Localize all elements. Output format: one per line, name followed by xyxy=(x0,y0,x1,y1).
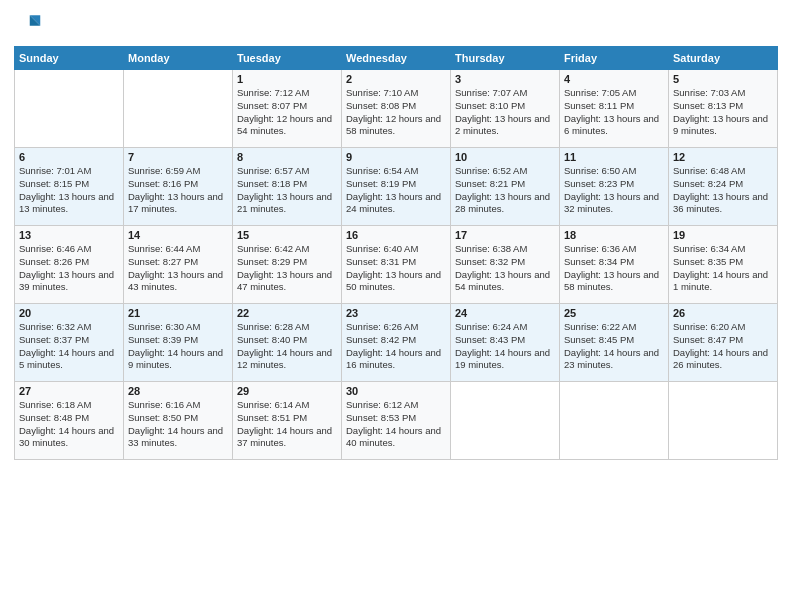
day-number: 14 xyxy=(128,229,228,241)
day-header-monday: Monday xyxy=(124,47,233,70)
day-info: Sunrise: 6:46 AM Sunset: 8:26 PM Dayligh… xyxy=(19,243,119,294)
calendar-cell: 30Sunrise: 6:12 AM Sunset: 8:53 PM Dayli… xyxy=(342,382,451,460)
day-number: 26 xyxy=(673,307,773,319)
week-row-3: 20Sunrise: 6:32 AM Sunset: 8:37 PM Dayli… xyxy=(15,304,778,382)
day-info: Sunrise: 6:12 AM Sunset: 8:53 PM Dayligh… xyxy=(346,399,446,450)
day-info: Sunrise: 6:20 AM Sunset: 8:47 PM Dayligh… xyxy=(673,321,773,372)
day-number: 27 xyxy=(19,385,119,397)
day-info: Sunrise: 6:42 AM Sunset: 8:29 PM Dayligh… xyxy=(237,243,337,294)
day-info: Sunrise: 6:54 AM Sunset: 8:19 PM Dayligh… xyxy=(346,165,446,216)
logo-icon xyxy=(14,10,42,38)
day-info: Sunrise: 6:59 AM Sunset: 8:16 PM Dayligh… xyxy=(128,165,228,216)
calendar-cell: 12Sunrise: 6:48 AM Sunset: 8:24 PM Dayli… xyxy=(669,148,778,226)
day-number: 28 xyxy=(128,385,228,397)
day-info: Sunrise: 6:48 AM Sunset: 8:24 PM Dayligh… xyxy=(673,165,773,216)
day-number: 16 xyxy=(346,229,446,241)
week-row-4: 27Sunrise: 6:18 AM Sunset: 8:48 PM Dayli… xyxy=(15,382,778,460)
logo xyxy=(14,10,46,38)
calendar-cell: 16Sunrise: 6:40 AM Sunset: 8:31 PM Dayli… xyxy=(342,226,451,304)
calendar-cell xyxy=(15,70,124,148)
calendar-cell: 28Sunrise: 6:16 AM Sunset: 8:50 PM Dayli… xyxy=(124,382,233,460)
calendar-cell: 15Sunrise: 6:42 AM Sunset: 8:29 PM Dayli… xyxy=(233,226,342,304)
calendar-cell: 14Sunrise: 6:44 AM Sunset: 8:27 PM Dayli… xyxy=(124,226,233,304)
week-row-0: 1Sunrise: 7:12 AM Sunset: 8:07 PM Daylig… xyxy=(15,70,778,148)
header xyxy=(14,10,778,38)
calendar-cell: 27Sunrise: 6:18 AM Sunset: 8:48 PM Dayli… xyxy=(15,382,124,460)
day-info: Sunrise: 6:24 AM Sunset: 8:43 PM Dayligh… xyxy=(455,321,555,372)
day-info: Sunrise: 6:34 AM Sunset: 8:35 PM Dayligh… xyxy=(673,243,773,294)
calendar-cell: 5Sunrise: 7:03 AM Sunset: 8:13 PM Daylig… xyxy=(669,70,778,148)
calendar-cell: 26Sunrise: 6:20 AM Sunset: 8:47 PM Dayli… xyxy=(669,304,778,382)
day-header-tuesday: Tuesday xyxy=(233,47,342,70)
header-row: SundayMondayTuesdayWednesdayThursdayFrid… xyxy=(15,47,778,70)
day-info: Sunrise: 6:26 AM Sunset: 8:42 PM Dayligh… xyxy=(346,321,446,372)
calendar-cell: 24Sunrise: 6:24 AM Sunset: 8:43 PM Dayli… xyxy=(451,304,560,382)
day-number: 9 xyxy=(346,151,446,163)
calendar-cell: 25Sunrise: 6:22 AM Sunset: 8:45 PM Dayli… xyxy=(560,304,669,382)
day-info: Sunrise: 7:07 AM Sunset: 8:10 PM Dayligh… xyxy=(455,87,555,138)
calendar-cell: 6Sunrise: 7:01 AM Sunset: 8:15 PM Daylig… xyxy=(15,148,124,226)
day-info: Sunrise: 7:03 AM Sunset: 8:13 PM Dayligh… xyxy=(673,87,773,138)
calendar-table: SundayMondayTuesdayWednesdayThursdayFrid… xyxy=(14,46,778,460)
day-number: 24 xyxy=(455,307,555,319)
day-number: 4 xyxy=(564,73,664,85)
day-info: Sunrise: 6:50 AM Sunset: 8:23 PM Dayligh… xyxy=(564,165,664,216)
day-number: 21 xyxy=(128,307,228,319)
day-number: 5 xyxy=(673,73,773,85)
day-header-saturday: Saturday xyxy=(669,47,778,70)
day-info: Sunrise: 6:32 AM Sunset: 8:37 PM Dayligh… xyxy=(19,321,119,372)
calendar-cell xyxy=(560,382,669,460)
day-number: 12 xyxy=(673,151,773,163)
calendar-cell: 10Sunrise: 6:52 AM Sunset: 8:21 PM Dayli… xyxy=(451,148,560,226)
day-header-friday: Friday xyxy=(560,47,669,70)
day-info: Sunrise: 6:16 AM Sunset: 8:50 PM Dayligh… xyxy=(128,399,228,450)
day-number: 18 xyxy=(564,229,664,241)
day-info: Sunrise: 6:18 AM Sunset: 8:48 PM Dayligh… xyxy=(19,399,119,450)
day-number: 22 xyxy=(237,307,337,319)
day-number: 2 xyxy=(346,73,446,85)
calendar-cell: 8Sunrise: 6:57 AM Sunset: 8:18 PM Daylig… xyxy=(233,148,342,226)
calendar-cell: 23Sunrise: 6:26 AM Sunset: 8:42 PM Dayli… xyxy=(342,304,451,382)
day-number: 11 xyxy=(564,151,664,163)
day-number: 25 xyxy=(564,307,664,319)
day-number: 1 xyxy=(237,73,337,85)
day-info: Sunrise: 6:28 AM Sunset: 8:40 PM Dayligh… xyxy=(237,321,337,372)
day-number: 30 xyxy=(346,385,446,397)
day-info: Sunrise: 7:10 AM Sunset: 8:08 PM Dayligh… xyxy=(346,87,446,138)
calendar-cell: 1Sunrise: 7:12 AM Sunset: 8:07 PM Daylig… xyxy=(233,70,342,148)
calendar-cell xyxy=(451,382,560,460)
day-header-wednesday: Wednesday xyxy=(342,47,451,70)
week-row-2: 13Sunrise: 6:46 AM Sunset: 8:26 PM Dayli… xyxy=(15,226,778,304)
day-number: 7 xyxy=(128,151,228,163)
page: SundayMondayTuesdayWednesdayThursdayFrid… xyxy=(0,0,792,612)
day-info: Sunrise: 6:36 AM Sunset: 8:34 PM Dayligh… xyxy=(564,243,664,294)
day-header-sunday: Sunday xyxy=(15,47,124,70)
day-number: 8 xyxy=(237,151,337,163)
day-info: Sunrise: 6:57 AM Sunset: 8:18 PM Dayligh… xyxy=(237,165,337,216)
day-info: Sunrise: 7:01 AM Sunset: 8:15 PM Dayligh… xyxy=(19,165,119,216)
calendar-cell: 4Sunrise: 7:05 AM Sunset: 8:11 PM Daylig… xyxy=(560,70,669,148)
calendar-cell: 7Sunrise: 6:59 AM Sunset: 8:16 PM Daylig… xyxy=(124,148,233,226)
calendar-header: SundayMondayTuesdayWednesdayThursdayFrid… xyxy=(15,47,778,70)
day-info: Sunrise: 6:52 AM Sunset: 8:21 PM Dayligh… xyxy=(455,165,555,216)
calendar-cell: 17Sunrise: 6:38 AM Sunset: 8:32 PM Dayli… xyxy=(451,226,560,304)
day-number: 23 xyxy=(346,307,446,319)
calendar-cell: 21Sunrise: 6:30 AM Sunset: 8:39 PM Dayli… xyxy=(124,304,233,382)
calendar-cell: 2Sunrise: 7:10 AM Sunset: 8:08 PM Daylig… xyxy=(342,70,451,148)
day-info: Sunrise: 6:40 AM Sunset: 8:31 PM Dayligh… xyxy=(346,243,446,294)
day-number: 17 xyxy=(455,229,555,241)
day-number: 29 xyxy=(237,385,337,397)
calendar-cell xyxy=(124,70,233,148)
day-info: Sunrise: 7:12 AM Sunset: 8:07 PM Dayligh… xyxy=(237,87,337,138)
calendar-cell: 9Sunrise: 6:54 AM Sunset: 8:19 PM Daylig… xyxy=(342,148,451,226)
day-info: Sunrise: 6:14 AM Sunset: 8:51 PM Dayligh… xyxy=(237,399,337,450)
day-number: 3 xyxy=(455,73,555,85)
day-number: 20 xyxy=(19,307,119,319)
calendar-cell: 18Sunrise: 6:36 AM Sunset: 8:34 PM Dayli… xyxy=(560,226,669,304)
calendar-cell: 3Sunrise: 7:07 AM Sunset: 8:10 PM Daylig… xyxy=(451,70,560,148)
calendar-cell: 11Sunrise: 6:50 AM Sunset: 8:23 PM Dayli… xyxy=(560,148,669,226)
day-number: 19 xyxy=(673,229,773,241)
day-number: 6 xyxy=(19,151,119,163)
day-number: 15 xyxy=(237,229,337,241)
calendar-cell: 22Sunrise: 6:28 AM Sunset: 8:40 PM Dayli… xyxy=(233,304,342,382)
